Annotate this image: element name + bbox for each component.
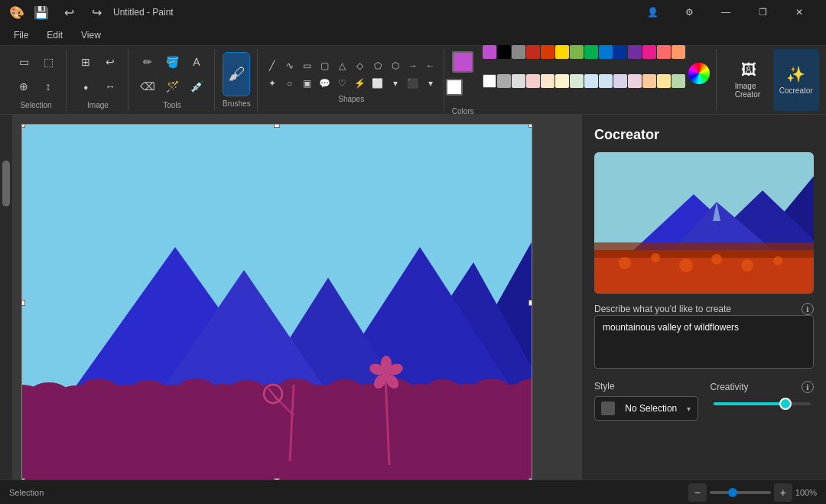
maximize-button[interactable]: ❐ bbox=[745, 0, 780, 24]
color-swatch-gray[interactable] bbox=[512, 45, 525, 59]
fill-btn[interactable]: 🪣 bbox=[161, 50, 184, 73]
menu-file[interactable]: File bbox=[6, 28, 36, 42]
color-swatch-yellow[interactable] bbox=[555, 45, 569, 59]
shapes-group: ╱ ∿ ▭ ▢ △ ◇ ⬠ ⬡ → ← ✦ ○ ▣ 💬 ♡ ⚡ ⬜ ▾ ⬛ ▾ … bbox=[259, 49, 444, 111]
menu-edit[interactable]: Edit bbox=[39, 28, 70, 42]
rotate-btn[interactable]: ↩ bbox=[99, 50, 122, 73]
shape-hexagon[interactable]: ⬡ bbox=[387, 57, 404, 74]
color-swatch-white[interactable] bbox=[483, 74, 496, 88]
zoom-slider[interactable] bbox=[710, 491, 771, 494]
shape-lightning[interactable]: ⚡ bbox=[352, 75, 369, 92]
scroll-thumb-vertical[interactable] bbox=[2, 161, 10, 206]
color-swatch-lightpurple[interactable] bbox=[613, 74, 627, 88]
save-button[interactable]: 💾 bbox=[31, 2, 52, 23]
shape-size[interactable]: ▾ bbox=[422, 75, 439, 92]
canvas-area[interactable] bbox=[0, 115, 581, 480]
color-swatch-lightrose[interactable] bbox=[628, 74, 642, 88]
creativity-slider-track[interactable] bbox=[714, 402, 811, 405]
cocreator-label: Cocreator bbox=[779, 86, 813, 95]
eyedropper-btn[interactable]: 💉 bbox=[185, 75, 208, 98]
creativity-slider-thumb[interactable] bbox=[779, 398, 792, 410]
profile-icon[interactable]: 👤 bbox=[635, 0, 670, 24]
layers-btn[interactable]: ⧉ Layers bbox=[821, 49, 826, 111]
shape-rect[interactable]: ▭ bbox=[299, 57, 316, 74]
free-select-btn[interactable]: ⬚ bbox=[37, 50, 60, 73]
settings-icon[interactable]: ⚙ bbox=[672, 0, 707, 24]
select-option-btn[interactable]: ↕ bbox=[37, 75, 60, 98]
shape-oval[interactable]: ○ bbox=[281, 75, 298, 92]
shape-arrow-left[interactable]: ← bbox=[422, 57, 439, 74]
shape-rounded-rect[interactable]: ▢ bbox=[317, 57, 333, 74]
canvas-container bbox=[21, 124, 532, 480]
color-swatch-verylightblue[interactable] bbox=[599, 74, 613, 88]
shape-pentagon[interactable]: ⬠ bbox=[369, 57, 386, 74]
pencil-btn[interactable]: ✏ bbox=[136, 50, 159, 73]
menu-view[interactable]: View bbox=[73, 28, 109, 42]
color-swatch-lightgreen2[interactable] bbox=[570, 74, 584, 88]
color-swatch-lightorange[interactable] bbox=[541, 74, 554, 88]
shape-callout[interactable]: 💬 bbox=[317, 75, 333, 92]
color-swatch-pink[interactable] bbox=[642, 45, 656, 59]
color-swatch-lightyellow[interactable] bbox=[555, 74, 569, 88]
color-swatch-salmon[interactable] bbox=[657, 45, 671, 59]
color-swatch-darkblue[interactable] bbox=[613, 45, 627, 59]
zoom-out-button[interactable]: − bbox=[688, 483, 707, 502]
magic-btn[interactable]: 🪄 bbox=[161, 75, 184, 98]
color-swatch-green[interactable] bbox=[584, 45, 598, 59]
zoom-thumb[interactable] bbox=[728, 488, 737, 497]
creativity-info-icon[interactable]: ℹ bbox=[802, 381, 814, 393]
toolbar: ▭ ⬚ ⊕ ↕ Selection ⊞ ↩ ⬧ ↔ Image ✏ 🪣 A ⌫ … bbox=[0, 46, 826, 115]
selection-label: Selection bbox=[20, 101, 51, 109]
color-swatch-verylight[interactable] bbox=[512, 74, 525, 88]
color-swatch-tan[interactable] bbox=[642, 74, 656, 88]
shape-diamond[interactable]: ◇ bbox=[352, 57, 369, 74]
minimize-button[interactable]: — bbox=[708, 0, 743, 24]
text-btn[interactable]: A bbox=[185, 50, 208, 73]
color-picker-btn[interactable] bbox=[688, 63, 710, 84]
color-swatch-purple[interactable] bbox=[483, 45, 496, 59]
eraser-btn[interactable]: ⌫ bbox=[136, 75, 159, 98]
crop-btn[interactable]: ⬧ bbox=[74, 75, 97, 98]
color-swatch-lightgreen[interactable] bbox=[570, 45, 584, 59]
brush-btn[interactable]: 🖌 bbox=[223, 52, 250, 96]
shape-fill-outline[interactable]: ⬛ bbox=[405, 75, 421, 92]
color-swatch-peach[interactable] bbox=[672, 45, 685, 59]
rectangular-select-btn[interactable]: ▭ bbox=[12, 50, 35, 73]
shape-star4[interactable]: ✦ bbox=[264, 75, 281, 92]
color-swatch-lightgray[interactable] bbox=[497, 74, 511, 88]
color-swatch-blue[interactable] bbox=[599, 45, 613, 59]
cocreator-btn[interactable]: ✨ Cocreator bbox=[773, 49, 819, 111]
secondary-color-swatch[interactable] bbox=[446, 79, 463, 96]
color-swatch-lightblue2[interactable] bbox=[584, 74, 598, 88]
shape-heart[interactable]: ♡ bbox=[334, 75, 351, 92]
shape-outline[interactable]: ⬜ bbox=[369, 75, 386, 92]
select-all-btn[interactable]: ⊕ bbox=[12, 75, 35, 98]
image-creator-btn[interactable]: 🖼 Image Creator bbox=[726, 49, 772, 111]
shape-rounded-rect2[interactable]: ▣ bbox=[299, 75, 316, 92]
style-select[interactable]: No Selection ▾ bbox=[594, 396, 698, 421]
svg-point-48 bbox=[619, 257, 631, 269]
describe-info-icon[interactable]: ℹ bbox=[802, 303, 814, 315]
zoom-in-button[interactable]: + bbox=[774, 483, 792, 502]
color-swatch-sage[interactable] bbox=[672, 74, 685, 88]
canvas-drawing[interactable] bbox=[21, 124, 532, 480]
shape-more[interactable]: ▾ bbox=[387, 75, 404, 92]
flip-btn[interactable]: ↔ bbox=[99, 75, 122, 98]
vertical-scrollbar[interactable] bbox=[0, 115, 12, 480]
close-button[interactable]: ✕ bbox=[782, 0, 817, 24]
color-swatch-black[interactable] bbox=[497, 45, 511, 59]
resize-btn[interactable]: ⊞ bbox=[74, 50, 97, 73]
undo-button[interactable]: ↩ bbox=[58, 2, 80, 23]
color-swatch-orange[interactable] bbox=[541, 45, 554, 59]
color-swatch-violet[interactable] bbox=[628, 45, 642, 59]
describe-input[interactable]: mountainous valley of wildflowers bbox=[594, 315, 814, 369]
redo-button[interactable]: ↪ bbox=[86, 2, 107, 23]
color-swatch-lightyellow2[interactable] bbox=[657, 74, 671, 88]
shape-curve[interactable]: ∿ bbox=[281, 57, 298, 74]
shape-triangle[interactable]: △ bbox=[334, 57, 351, 74]
color-swatch-lightpink[interactable] bbox=[526, 74, 540, 88]
shape-arrow-right[interactable]: → bbox=[405, 57, 421, 74]
color-swatch-red[interactable] bbox=[526, 45, 540, 59]
shape-line[interactable]: ╱ bbox=[264, 57, 281, 74]
primary-color-swatch[interactable] bbox=[452, 51, 473, 73]
